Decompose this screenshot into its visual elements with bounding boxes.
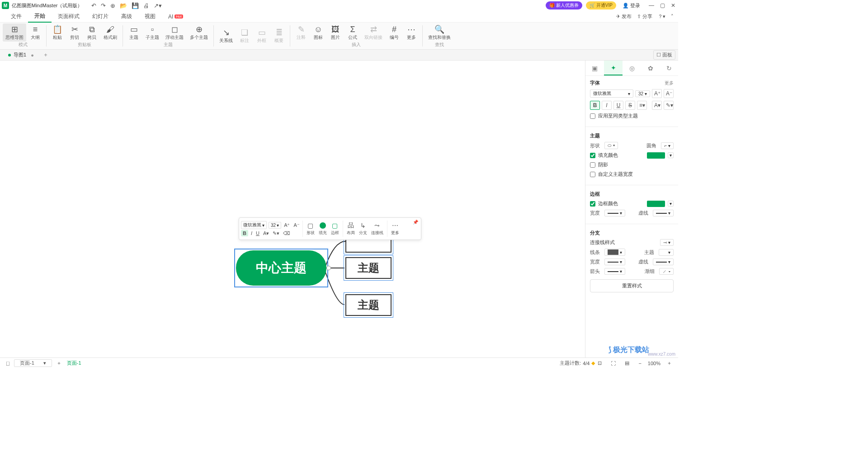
shadow-checkbox[interactable]: 阴影: [590, 161, 674, 168]
panel-font-select[interactable]: 微软雅黑▾: [590, 89, 633, 98]
vip-badge[interactable]: 🛒 开通VIP: [586, 1, 616, 9]
panel-italic[interactable]: I: [602, 101, 612, 110]
italic-button[interactable]: I: [250, 230, 253, 236]
fullscreen-icon[interactable]: ⛶: [608, 361, 618, 366]
corner-select[interactable]: ⌐ ▾: [661, 142, 674, 149]
ribbon-1-2[interactable]: ⧉拷贝: [84, 24, 100, 42]
ribbon-2-1[interactable]: ▫子主题: [143, 24, 162, 42]
ribbon-4-3[interactable]: Σ公式: [344, 24, 361, 42]
layout-button[interactable]: 品布局: [345, 221, 357, 236]
panel-strike[interactable]: S: [625, 101, 635, 110]
subtopic-2[interactable]: 主题: [345, 294, 392, 316]
presentation-icon[interactable]: ▤: [622, 360, 632, 366]
ribbon-4-1[interactable]: ☺图标: [310, 24, 326, 42]
branch-width-select[interactable]: ▾: [604, 258, 625, 265]
font-increase-icon[interactable]: A⁺: [283, 222, 291, 228]
shape-button[interactable]: ▢形状: [305, 221, 316, 236]
panel-size-select[interactable]: 32 ▾: [635, 90, 650, 97]
zoom-out-icon[interactable]: −: [636, 361, 644, 366]
share-button[interactable]: ⇪ 分享: [637, 13, 652, 20]
page-select[interactable]: 页面-1▾: [14, 359, 52, 367]
ribbon-5-0[interactable]: 🔍查找和替换: [425, 24, 453, 42]
maximize-icon[interactable]: ▢: [659, 2, 665, 9]
subtopic-1[interactable]: 主题: [345, 257, 392, 279]
panel-align[interactable]: ≡▾: [637, 101, 647, 110]
taper-select[interactable]: ⟋ ▾: [659, 268, 674, 275]
ribbon-1-3[interactable]: 🖌格式刷: [101, 24, 120, 42]
connector-handle[interactable]: [326, 266, 331, 270]
outline-view-icon[interactable]: ⎕: [4, 361, 12, 366]
add-tab-button[interactable]: ＋: [39, 51, 52, 59]
panel-tab-style[interactable]: ✦: [604, 61, 623, 75]
connector-button[interactable]: ⤳连接线: [369, 221, 385, 236]
font-decrease-icon[interactable]: A⁻: [292, 222, 300, 228]
menu-5[interactable]: 视图: [138, 11, 162, 23]
line-color-select[interactable]: ▾: [604, 249, 625, 256]
menu-4[interactable]: 高级: [115, 11, 138, 23]
add-page-icon[interactable]: ＋: [54, 360, 64, 367]
shape-select[interactable]: ⬭ ▾: [604, 142, 618, 149]
panel-font-color[interactable]: A▾: [652, 101, 662, 110]
zoom-in-icon[interactable]: ＋: [664, 360, 675, 367]
font-color-button[interactable]: A▾: [262, 230, 270, 236]
open-icon[interactable]: 📂: [120, 2, 127, 9]
panel-size-up[interactable]: A⁺: [652, 89, 662, 98]
border-dash-select[interactable]: ▾: [653, 210, 674, 216]
publish-button[interactable]: ✈ 发布: [616, 13, 632, 20]
save-icon[interactable]: 💾: [132, 2, 139, 9]
pin-icon[interactable]: 📌: [413, 220, 418, 225]
border-color-checkbox[interactable]: 边框颜色 ▾: [590, 200, 674, 207]
ribbon-1-1[interactable]: ✂剪切: [66, 24, 83, 42]
menu-0[interactable]: 文件: [5, 11, 28, 23]
highlight-button[interactable]: ✎▾: [272, 230, 280, 236]
fit-icon[interactable]: ⊡: [595, 360, 604, 366]
panel-size-down[interactable]: A⁻: [664, 89, 674, 98]
canvas[interactable]: 中心主题 主题 主题 主题 📌 微软雅黑 ▾ 32 ▾ A⁺ A⁻ B I U …: [0, 61, 585, 357]
ribbon-0-1[interactable]: ≡大纲: [27, 24, 43, 42]
collapse-ribbon-icon[interactable]: ˄: [671, 14, 674, 19]
panel-bold[interactable]: B: [590, 101, 600, 110]
panel-tab-tag[interactable]: ◎: [623, 61, 641, 75]
ribbon-4-5[interactable]: #编号: [386, 24, 402, 42]
panel-underline[interactable]: U: [613, 101, 623, 110]
doc-tab-1[interactable]: 导图1 ●: [3, 52, 39, 58]
menu-3[interactable]: 幻灯片: [86, 11, 115, 23]
apply-same-checkbox[interactable]: 应用至同类型主题: [590, 113, 674, 119]
undo-icon[interactable]: ↶: [91, 2, 96, 9]
new-icon[interactable]: ⊕: [110, 2, 115, 9]
border-width-select[interactable]: ▾: [604, 210, 625, 216]
redo-icon[interactable]: ↷: [101, 2, 106, 9]
bold-button[interactable]: B: [241, 230, 248, 236]
ribbon-2-3[interactable]: ⊕多个主题: [187, 24, 211, 42]
menu-2[interactable]: 页面样式: [52, 11, 86, 23]
font-more[interactable]: 更多: [665, 80, 674, 86]
ribbon-0-0[interactable]: ⊞思维导图: [3, 24, 26, 42]
fill-button[interactable]: 填充: [317, 221, 329, 236]
branch-topic-select[interactable]: ▾: [659, 249, 674, 256]
central-topic[interactable]: 中心主题: [236, 250, 326, 286]
arrow-select[interactable]: ▾: [604, 268, 625, 275]
minimize-icon[interactable]: —: [648, 2, 655, 9]
print-icon[interactable]: 🖨: [143, 2, 149, 9]
ribbon-1-0[interactable]: 📋粘贴: [49, 24, 66, 42]
help-icon[interactable]: ？▾: [658, 13, 665, 20]
branch-dash-select[interactable]: ▾: [653, 258, 674, 265]
custom-width-checkbox[interactable]: 自定义主题宽度: [590, 171, 674, 178]
ribbon-4-6[interactable]: ⋯更多: [403, 24, 420, 42]
ribbon-4-2[interactable]: 🖼图片: [327, 24, 344, 42]
font-size-select[interactable]: 32 ▾: [269, 222, 281, 229]
clear-format-button[interactable]: ⌫: [282, 230, 291, 236]
menu-1[interactable]: 开始: [28, 11, 52, 23]
panel-tab-page[interactable]: ▣: [585, 61, 604, 75]
panel-highlight[interactable]: ✎▾: [664, 101, 674, 110]
login-button[interactable]: 👤 登录: [623, 2, 640, 9]
panel-tab-icon[interactable]: ✿: [641, 61, 660, 75]
branch-button[interactable]: ↳分支: [357, 221, 369, 236]
current-page-label[interactable]: 页面-1: [64, 360, 84, 367]
font-family-select[interactable]: 微软雅黑 ▾: [241, 221, 267, 229]
export-icon[interactable]: ↗▾: [154, 2, 162, 9]
ribbon-2-2[interactable]: ◻浮动主题: [163, 24, 186, 42]
more-button[interactable]: ⋯更多: [389, 221, 401, 236]
close-icon[interactable]: ✕: [670, 2, 676, 9]
fill-checkbox[interactable]: 填充颜色 ▾: [590, 152, 674, 159]
